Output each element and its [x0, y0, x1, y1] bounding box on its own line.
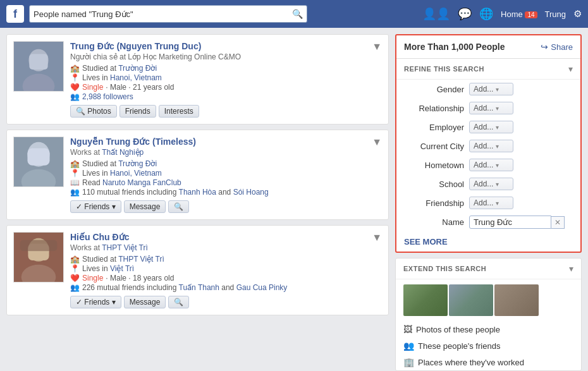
nav-icons-group: 👤👤 💬 🌐 Home 14 Trung ⚙ — [422, 7, 582, 21]
chevron-down-icon: ▾ — [496, 162, 499, 169]
extend-link-places[interactable]: 🏢 Places where they've worked — [396, 354, 581, 370]
filter-row-current-city: Current City Add... ▾ — [396, 137, 580, 155]
gender-dropdown[interactable]: Add... ▾ — [469, 83, 513, 95]
card-options-icon[interactable]: ▼ — [372, 232, 382, 243]
message-button[interactable]: Message — [124, 200, 166, 213]
relationship-dropdown[interactable]: Add... ▾ — [469, 102, 513, 114]
main-container: Trung Đức (Nguyen Trung Duc) ▼ Người chi… — [0, 28, 588, 371]
chevron-down-icon: ▾ — [496, 105, 499, 112]
friends-button[interactable]: Friends — [119, 105, 156, 118]
photo-thumb — [494, 284, 539, 316]
profile-info: Nguyễn Trung Đức (Timeless) ▼ Works at T… — [70, 137, 382, 213]
search-input[interactable] — [34, 9, 290, 19]
global-search-bar[interactable]: 🔍 — [29, 5, 307, 23]
action-bar: ✓ Friends ▾ Message 🔍 — [70, 200, 382, 213]
filter-label: Relationship — [404, 104, 464, 113]
school-dropdown[interactable]: Add... ▾ — [469, 178, 513, 190]
avatar — [13, 232, 64, 283]
profile-card: Trung Đức (Nguyen Trung Duc) ▼ Người chi… — [6, 34, 389, 125]
filter-row-school: School Add... ▾ — [396, 174, 580, 193]
employer-dropdown[interactable]: Add... ▾ — [469, 121, 513, 133]
extend-link-friends[interactable]: 👥 These people's friends — [396, 338, 581, 354]
filter-row-hometown: Hometown Add... ▾ — [396, 155, 580, 174]
filter-row-friendship: Friendship Add... ▾ — [396, 193, 580, 212]
facebook-logo: f — [6, 5, 24, 23]
profile-detail: 🏫 Studied at Trường Đời — [70, 64, 382, 73]
filter-row-employer: Employer Add... ▾ — [396, 118, 580, 137]
avatar — [13, 41, 64, 92]
search-profile-button[interactable]: 🔍 — [168, 200, 189, 213]
extend-section-title: EXTEND THIS SEARCH — [403, 265, 486, 272]
top-navigation: f 🔍 👤👤 💬 🌐 Home 14 Trung ⚙ — [0, 0, 588, 28]
interests-button[interactable]: Interests — [159, 105, 199, 118]
photos-button[interactable]: 🔍 Photos — [70, 105, 117, 118]
filter-label: Friendship — [404, 198, 464, 208]
card-options-icon[interactable]: ▼ — [372, 137, 382, 148]
work-icon: 🏢 — [403, 357, 414, 367]
photo-thumb — [403, 284, 448, 316]
result-count: More Than 1,000 People — [404, 42, 505, 52]
card-options-icon[interactable]: ▼ — [372, 41, 382, 52]
filter-label: Name — [404, 217, 464, 227]
user-name-link[interactable]: Trung — [545, 9, 566, 19]
profile-mutual: 👥 110 mutual friends including Thanh Hòa… — [70, 188, 382, 197]
profile-subtitle: Works at THPT Việt Trì — [70, 243, 382, 252]
profile-status: ❤️ Single · Male · 21 years old — [70, 83, 382, 92]
home-link[interactable]: Home 14 — [501, 9, 537, 19]
filter-label: Employer — [404, 123, 464, 132]
extend-link-photos[interactable]: 🖼 Photos of these people — [396, 321, 581, 338]
filter-label: Gender — [404, 85, 464, 94]
extend-collapse-icon[interactable]: ▾ — [569, 264, 573, 274]
avatar — [13, 137, 64, 187]
profile-name-link[interactable]: Hiếu Chu Đức — [70, 232, 129, 243]
see-more-link[interactable]: SEE MORE — [396, 232, 580, 252]
search-icon: 🔍 — [292, 9, 303, 19]
chevron-down-icon: ▾ — [496, 124, 499, 131]
name-input-group: ✕ — [469, 216, 573, 229]
profile-subtitle: Works at Thất Nghiệp — [70, 148, 382, 157]
extend-search-box: EXTEND THIS SEARCH ▾ 🖼 Photos of these p… — [395, 258, 582, 371]
profile-card: Hiếu Chu Đức ▼ Works at THPT Việt Trì 🏫 … — [6, 225, 389, 315]
svg-rect-12 — [20, 240, 58, 252]
refine-panel: More Than 1,000 People ↪ Share REFINE TH… — [395, 34, 582, 365]
friendship-dropdown[interactable]: Add... ▾ — [469, 197, 513, 209]
messages-icon[interactable]: 💬 — [458, 7, 472, 21]
message-button[interactable]: Message — [124, 296, 166, 308]
name-filter-input[interactable] — [469, 216, 551, 229]
profile-followers: 👥 2,988 followers — [70, 92, 382, 101]
friends-dropdown-button[interactable]: ✓ Friends ▾ — [70, 200, 121, 213]
refine-search-box: More Than 1,000 People ↪ Share REFINE TH… — [395, 34, 582, 253]
current-city-dropdown[interactable]: Add... ▾ — [469, 140, 513, 152]
action-bar: 🔍 Photos Friends Interests — [70, 105, 382, 118]
profile-detail: 🏫 Studied at THPT Việt Trì — [70, 255, 382, 264]
chevron-down-icon: ▾ — [496, 143, 499, 150]
profile-read: 📖 Read Naruto Manga FanClub — [70, 178, 382, 187]
refine-collapse-icon[interactable]: ▾ — [568, 64, 573, 74]
clear-name-icon[interactable]: ✕ — [551, 216, 565, 229]
svg-rect-7 — [27, 149, 49, 166]
photo-thumb — [449, 284, 493, 316]
profile-location: 📍 Lives in Hanoi, Vietnam — [70, 73, 382, 82]
filter-label: Current City — [404, 142, 464, 151]
search-profile-button[interactable]: 🔍 — [168, 296, 189, 308]
friends-requests-icon[interactable]: 👤👤 — [422, 7, 450, 21]
search-results-panel: Trung Đức (Nguyen Trung Duc) ▼ Người chi… — [6, 34, 389, 365]
filter-row-relationship: Relationship Add... ▾ — [396, 99, 580, 118]
photos-icon: 🖼 — [403, 324, 412, 334]
profile-mutual: 👥 226 mutual friends including Tuấn Than… — [70, 283, 382, 292]
chevron-down-icon: ▾ — [496, 181, 499, 188]
profile-detail: 🏫 Studied at Trường Đời — [70, 159, 382, 168]
people-icon: 👥 — [403, 341, 414, 351]
filter-row-gender: Gender Add... ▾ — [396, 80, 580, 99]
settings-icon[interactable]: ⚙ — [573, 8, 582, 20]
share-button[interactable]: ↪ Share — [541, 42, 573, 52]
filter-label: School — [404, 179, 464, 189]
profile-name-link[interactable]: Trung Đức (Nguyen Trung Duc) — [70, 41, 201, 52]
profile-subtitle: Người chia sẻ at Lớp Học Marketing Onlin… — [70, 52, 382, 61]
friends-dropdown-button[interactable]: ✓ Friends ▾ — [70, 296, 121, 308]
profile-name-link[interactable]: Nguyễn Trung Đức (Timeless) — [70, 137, 196, 148]
hometown-dropdown[interactable]: Add... ▾ — [469, 159, 513, 171]
photo-thumbnails — [396, 279, 581, 321]
notifications-icon[interactable]: 🌐 — [479, 7, 493, 21]
share-icon: ↪ — [541, 42, 548, 52]
